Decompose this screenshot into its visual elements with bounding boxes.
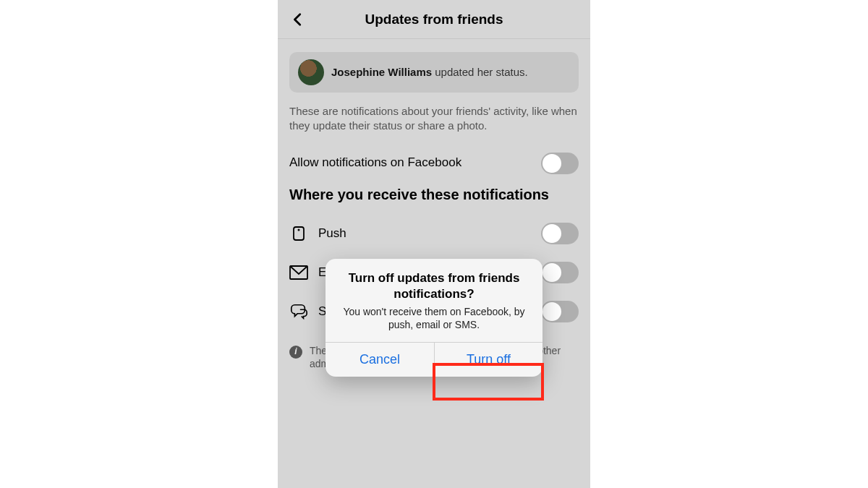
avatar <box>298 59 324 85</box>
stage: Updates from friends Josephine Williams … <box>0 0 868 488</box>
svg-point-1 <box>298 229 299 230</box>
section-heading: Where you receive these notifications <box>289 186 579 204</box>
channel-row-push: Push <box>289 214 579 253</box>
email-icon <box>289 263 308 282</box>
toggle-knob <box>542 263 561 282</box>
back-button[interactable] <box>282 0 314 38</box>
channel-label: Push <box>318 226 531 241</box>
sms-icon <box>289 302 308 321</box>
allow-notifications-label: Allow notifications on Facebook <box>289 155 461 171</box>
allow-notifications-row: Allow notifications on Facebook <box>289 148 579 186</box>
example-notification-text: Josephine Williams updated her status. <box>331 65 528 80</box>
dialog-message: You won't receive them on Facebook, by p… <box>339 305 529 331</box>
header-bar: Updates from friends <box>278 0 590 39</box>
example-suffix: updated her status. <box>432 66 528 78</box>
page-title: Updates from friends <box>365 12 503 27</box>
example-name: Josephine Williams <box>331 66 432 78</box>
phone-frame: Updates from friends Josephine Williams … <box>278 0 590 488</box>
toggle-knob <box>542 302 561 321</box>
cancel-button[interactable]: Cancel <box>326 343 434 377</box>
toggle-knob <box>542 224 561 243</box>
dialog-body: Turn off updates from friends notificati… <box>326 259 542 342</box>
email-toggle[interactable] <box>541 262 579 283</box>
chevron-left-icon <box>290 12 306 27</box>
allow-notifications-toggle[interactable] <box>541 153 579 174</box>
info-icon: i <box>289 346 302 359</box>
dialog-title: Turn off updates from friends notificati… <box>339 270 529 302</box>
turn-off-button[interactable]: Turn off <box>434 343 542 377</box>
example-notification-card: Josephine Williams updated her status. <box>289 52 579 93</box>
toggle-knob <box>542 154 561 173</box>
dialog-actions: Cancel Turn off <box>326 342 542 377</box>
push-toggle[interactable] <box>541 223 579 244</box>
description-text: These are notifications about your frien… <box>289 104 579 134</box>
sms-toggle[interactable] <box>541 301 579 322</box>
push-icon <box>289 224 308 243</box>
confirm-dialog: Turn off updates from friends notificati… <box>326 259 542 377</box>
